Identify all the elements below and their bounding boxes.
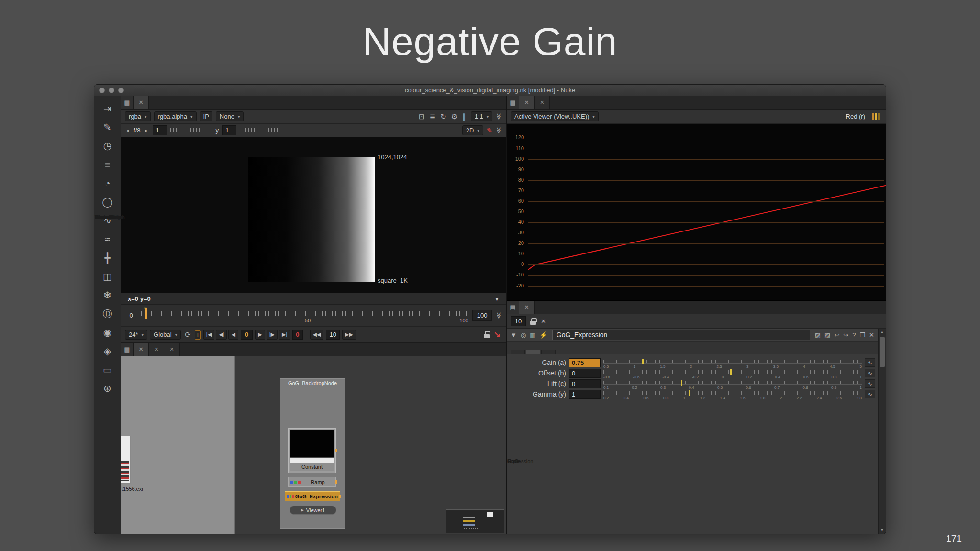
- draw-icon[interactable]: ✎: [99, 121, 117, 134]
- view-mode-dropdown[interactable]: 2D ▾: [462, 125, 483, 135]
- tab-gog[interactable]: GoG: [526, 350, 540, 354]
- pane-menu-icon[interactable]: ▤: [507, 301, 519, 314]
- curve-editor-icon[interactable]: ∿: [865, 379, 875, 388]
- nodegraph-canvas[interactable]: t1556.exr GoG_BackdropNode Constant Ramp: [121, 356, 506, 534]
- 3d-icon[interactable]: ◫: [99, 270, 117, 283]
- viewer-gamma-field[interactable]: 1: [222, 125, 236, 135]
- slider-handle[interactable]: [730, 369, 732, 375]
- frame-range-dropdown[interactable]: Global ▾: [150, 330, 181, 340]
- current-frame-field[interactable]: 0: [241, 330, 253, 340]
- minimize-window-button[interactable]: [109, 88, 114, 93]
- step-back-button[interactable]: ◀◀: [310, 330, 324, 340]
- filter-icon[interactable]: ◯: [99, 195, 117, 209]
- goto-start-button[interactable]: |◀: [203, 330, 214, 340]
- fstop-next-icon[interactable]: ▸: [144, 128, 149, 133]
- tab-close-icon[interactable]: ✕: [154, 346, 158, 353]
- undo-icon[interactable]: ↩: [833, 331, 841, 339]
- zoom-dropdown[interactable]: 1:1 ▾: [471, 111, 493, 121]
- tab-close-icon[interactable]: ✕: [540, 99, 544, 106]
- param-value-field[interactable]: 0: [569, 369, 601, 378]
- image-icon[interactable]: ⇥: [99, 102, 117, 115]
- viewer-node[interactable]: ▶ Viewer1: [290, 506, 336, 515]
- collapse-panel-icon[interactable]: ▼: [509, 331, 518, 339]
- nodegraph-minimap[interactable]: [446, 509, 504, 533]
- lut-dropdown[interactable]: None ▾: [216, 111, 244, 121]
- tab-viewer1[interactable]: Viewer1✕: [134, 96, 149, 109]
- param-slider[interactable]: 0.20.40.60.811.21.41.61.822.22.42.62.8: [603, 390, 862, 400]
- metadata-icon[interactable]: ◈: [99, 344, 117, 358]
- transform-icon[interactable]: ╋: [99, 251, 117, 264]
- step-forward-button[interactable]: ▶▶: [342, 330, 356, 340]
- last-frame-field[interactable]: 100: [472, 310, 492, 321]
- redo-icon[interactable]: ↪: [842, 331, 850, 339]
- timeline-track[interactable]: 0 50 100: [141, 306, 468, 325]
- close-window-button[interactable]: [99, 88, 105, 93]
- toolsets-icon[interactable]: ▭: [99, 363, 117, 376]
- particles-icon[interactable]: ❄: [99, 288, 117, 302]
- panel-chevrons-icon[interactable]: ≫: [496, 312, 503, 319]
- tab-vectorscope[interactable]: Vectorscope✕: [535, 96, 550, 109]
- range-marker-button[interactable]: I: [195, 330, 201, 340]
- panel-chevrons-icon[interactable]: ≫: [496, 113, 503, 120]
- close-panel-icon[interactable]: ✕: [868, 331, 876, 339]
- tab-close-icon[interactable]: ✕: [169, 346, 174, 353]
- param-slider[interactable]: -0.8-0.6-0.4-0.200.20.40.60.81: [603, 369, 862, 379]
- panel-chevrons-icon[interactable]: ≫: [496, 127, 503, 134]
- lock-range-icon[interactable]: [484, 331, 490, 338]
- annotate-pencil-icon[interactable]: ✎: [487, 126, 493, 135]
- tab-expression[interactable]: Expression: [511, 350, 525, 354]
- pane-menu-icon[interactable]: ▤: [507, 96, 519, 109]
- slider-handle[interactable]: [642, 359, 644, 364]
- tab-dope-sheet[interactable]: Dope Sheet✕: [164, 343, 179, 356]
- constant-node[interactable]: Constant: [288, 428, 336, 473]
- pane-menu-icon[interactable]: ▤: [121, 343, 134, 356]
- channel-mask-icon[interactable]: ▨: [813, 331, 822, 339]
- viewer-gain-field[interactable]: 1: [153, 125, 167, 135]
- pause-icon[interactable]: ∥: [461, 112, 468, 121]
- float-panel-icon[interactable]: ❐: [858, 331, 867, 339]
- layer-dropdown[interactable]: rgba.alpha ▾: [154, 111, 197, 121]
- channel-icon[interactable]: ≡: [99, 158, 117, 171]
- read-node[interactable]: [121, 436, 131, 484]
- node-name-field[interactable]: GoG_Expression: [552, 330, 810, 340]
- tab-node-graph[interactable]: Node Graph✕: [134, 343, 149, 356]
- render-flag-icon[interactable]: ↘: [492, 330, 502, 340]
- fps-dropdown[interactable]: 24* ▾: [125, 330, 147, 340]
- channels-dropdown[interactable]: rgba ▾: [125, 111, 151, 121]
- close-all-panels-icon[interactable]: ✕: [539, 318, 547, 325]
- viewer-canvas[interactable]: 1024,1024 square_1K: [121, 137, 506, 293]
- channel-bars-icon[interactable]: [872, 113, 880, 120]
- pane-menu-icon[interactable]: ▤: [121, 96, 134, 109]
- properties-scrollbar[interactable]: ▲ ▼: [878, 329, 886, 534]
- curve-editor-icon[interactable]: ∿: [865, 369, 875, 377]
- other-icon[interactable]: ⊛: [99, 382, 117, 395]
- views-icon[interactable]: ◉: [99, 326, 117, 339]
- fstop-prev-icon[interactable]: ◂: [125, 128, 130, 133]
- scroll-down-icon[interactable]: ▼: [880, 527, 884, 534]
- scrollbar-thumb[interactable]: [880, 337, 885, 367]
- scroll-up-icon[interactable]: ▲: [880, 329, 884, 336]
- tab-waveform[interactable]: Waveform✕: [519, 96, 535, 109]
- curve-editor-icon[interactable]: ∿: [865, 358, 875, 367]
- color-icon[interactable]: ◔: [99, 176, 117, 190]
- center-node-icon[interactable]: ◎: [519, 331, 527, 339]
- curve-editor-icon[interactable]: ∿: [865, 390, 875, 398]
- node-color-icon[interactable]: ▦: [528, 331, 537, 339]
- prev-keyframe-button[interactable]: ◀|: [216, 330, 227, 340]
- next-keyframe-button[interactable]: |▶: [267, 330, 278, 340]
- scope-source-dropdown[interactable]: Active Viewer (View..UKE)) ▾: [511, 111, 599, 121]
- play-forward-button[interactable]: ▶: [255, 330, 265, 340]
- viewer-gain-slider[interactable]: [170, 128, 212, 132]
- tab-close-icon[interactable]: ✕: [139, 99, 143, 106]
- tab-properties[interactable]: Properties✕: [519, 301, 535, 314]
- expression-flag-icon[interactable]: ⚡: [538, 331, 549, 339]
- play-backward-button[interactable]: ◀: [228, 330, 238, 340]
- loop-mode-icon[interactable]: ⟳: [183, 331, 192, 339]
- monitor-output-icon[interactable]: ⊡: [417, 112, 426, 121]
- param-value-field[interactable]: 0: [569, 379, 601, 388]
- slider-handle[interactable]: [689, 390, 690, 396]
- goto-end-button[interactable]: ▶|: [279, 330, 290, 340]
- out-frame-field[interactable]: 0: [292, 330, 302, 340]
- sync-icon[interactable]: ↻: [439, 112, 448, 121]
- timeline-playhead[interactable]: 0: [145, 308, 147, 319]
